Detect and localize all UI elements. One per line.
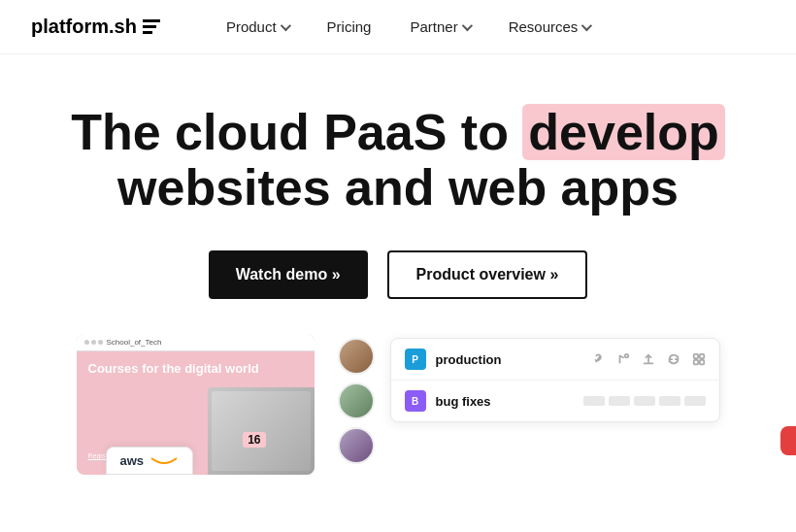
card-image [208, 387, 315, 475]
pipeline-row-bugfixes: B bug fixes [391, 381, 719, 421]
nav-product-label: Product [226, 18, 277, 35]
branch-icon[interactable] [616, 352, 630, 366]
progress-bar-4 [659, 396, 680, 406]
card-image-inner [208, 387, 315, 475]
card-body: Courses for the digital world Register → [77, 351, 315, 387]
env-badge-bugfixes: B [405, 390, 426, 412]
hero-title-prefix: The cloud PaaS to [71, 104, 522, 160]
svg-rect-3 [699, 360, 703, 364]
progress-bar-3 [634, 396, 655, 406]
logo-text: platform.sh [31, 16, 137, 38]
preview-area: School_of_Tech Courses for the digital w… [0, 334, 796, 475]
upload-icon[interactable] [642, 352, 655, 366]
hero-title-suffix: websites and web apps [117, 159, 679, 216]
product-overview-button[interactable]: Product overview » [387, 250, 588, 299]
progress-bar-2 [609, 396, 630, 406]
red-accent-bar [780, 426, 796, 455]
chevron-down-icon [280, 19, 290, 30]
nav-pricing-label: Pricing [327, 18, 372, 35]
progress-bar-5 [684, 396, 706, 406]
aws-badge: aws [106, 447, 194, 475]
hero-buttons: Watch demo » Product overview » [209, 250, 588, 299]
svg-rect-1 [699, 354, 703, 358]
svg-rect-0 [693, 354, 697, 358]
svg-rect-2 [693, 360, 697, 364]
progress-bar-1 [583, 396, 605, 406]
nav-partner-label: Partner [410, 18, 457, 35]
pipeline-progress-bars [583, 396, 706, 406]
pipeline-row-production: P production [391, 339, 719, 381]
avatars-column [338, 338, 375, 464]
card-label: School_of_Tech [107, 338, 162, 347]
nav-resources-label: Resources [509, 18, 579, 35]
nav-item-pricing[interactable]: Pricing [308, 0, 391, 54]
card-header: School_of_Tech [77, 334, 315, 351]
website-preview-card: School_of_Tech Courses for the digital w… [77, 334, 315, 475]
avatar-1 [338, 338, 375, 375]
chevron-down-icon [581, 19, 592, 30]
watch-demo-button[interactable]: Watch demo » [209, 250, 368, 299]
hero-section: The cloud PaaS to develop websites and w… [0, 54, 796, 299]
card-number: 16 [243, 432, 265, 448]
pipeline-icons-production [591, 352, 706, 366]
window-dots [84, 340, 103, 345]
link-icon[interactable] [591, 352, 605, 366]
chevron-down-icon [461, 19, 472, 30]
hero-title-highlight: develop [522, 104, 725, 160]
refresh-icon[interactable] [667, 352, 680, 366]
env-badge-production: P [405, 349, 426, 370]
nav-item-resources[interactable]: Resources [489, 0, 610, 54]
logo[interactable]: platform.sh [31, 16, 160, 38]
pipeline-panel: P production B [390, 338, 720, 422]
hero-title: The cloud PaaS to develop websites and w… [71, 105, 725, 216]
env-name-production: production [436, 352, 581, 367]
nav-item-partner[interactable]: Partner [390, 0, 488, 54]
navigation: platform.sh Product Pricing Partner Reso… [0, 0, 796, 54]
nav-links: Product Pricing Partner Resources [207, 0, 765, 54]
logo-icon [143, 19, 160, 34]
nav-item-product[interactable]: Product [207, 0, 308, 54]
grid-icon[interactable] [692, 352, 706, 366]
env-name-bugfixes: bug fixes [436, 394, 574, 409]
aws-smile-icon [149, 456, 179, 466]
avatar-2 [338, 382, 375, 419]
aws-logo-text: aws [120, 453, 145, 468]
card-title: Courses for the digital world [88, 361, 303, 378]
avatar-3 [338, 427, 375, 464]
